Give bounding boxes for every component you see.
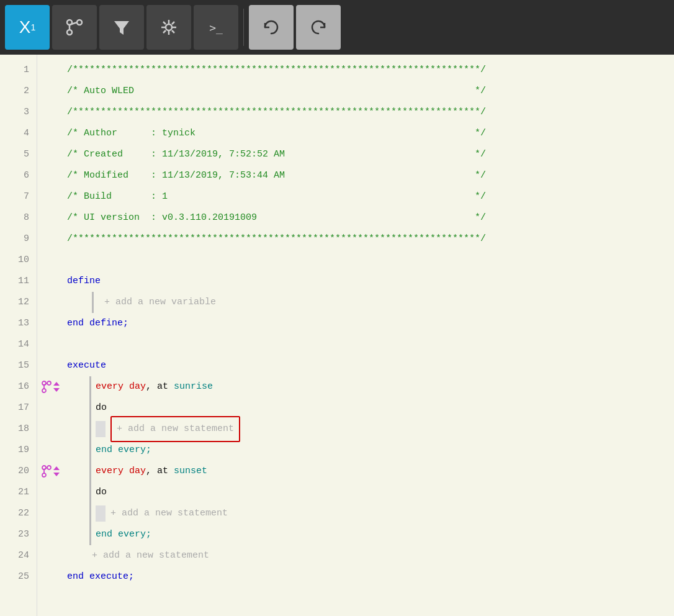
- adjust-button[interactable]: [146, 5, 191, 50]
- x1-button[interactable]: X1: [5, 5, 50, 50]
- gutter: [37, 55, 65, 616]
- code-line-19: end every;: [67, 440, 674, 461]
- add-new-statement-btn-3[interactable]: + add a new statement: [92, 545, 209, 566]
- code-line-23: end every;: [67, 524, 674, 545]
- code-line-14: [67, 334, 674, 355]
- code-line-7: /* Build : 1 */: [67, 186, 674, 207]
- svg-point-17: [47, 381, 51, 385]
- svg-marker-20: [53, 382, 60, 386]
- code-line-21: do: [67, 482, 674, 503]
- code-line-11: define: [67, 271, 674, 292]
- redo-button[interactable]: [296, 5, 341, 50]
- line-numbers: 1 2 3 4 5 6 7 8 9 10 11 12 13 14 15 16 1…: [0, 55, 37, 616]
- code-line-20: every day, at sunset: [67, 461, 674, 482]
- svg-marker-27: [53, 466, 60, 470]
- code-line-1: /***************************************…: [67, 60, 674, 81]
- svg-marker-5: [114, 21, 129, 35]
- code-editor: 1 2 3 4 5 6 7 8 9 10 11 12 13 14 15 16 1…: [0, 55, 674, 616]
- filter-button[interactable]: [99, 5, 144, 50]
- code-line-22[interactable]: + add a new statement: [67, 503, 674, 524]
- svg-point-23: [42, 473, 46, 477]
- svg-line-4: [70, 22, 77, 25]
- svg-marker-21: [53, 388, 60, 392]
- svg-point-16: [42, 389, 46, 392]
- svg-line-12: [172, 30, 174, 33]
- undo-button[interactable]: [249, 5, 294, 50]
- svg-point-6: [166, 24, 172, 30]
- code-line-8: /* UI version : v0.3.110.20191009 */: [67, 207, 674, 229]
- svg-line-13: [172, 22, 174, 24]
- gutter-icon-row-16[interactable]: [37, 376, 65, 397]
- terminal-button[interactable]: >_: [194, 5, 238, 50]
- add-variable-btn[interactable]: + add a new variable: [104, 292, 216, 313]
- svg-line-14: [163, 30, 166, 33]
- code-line-17: do: [67, 397, 674, 419]
- code-line-3: /***************************************…: [67, 102, 674, 123]
- code-line-2: /* Auto WLED */: [67, 81, 674, 102]
- code-line-13: end define;: [67, 313, 674, 334]
- svg-point-1: [77, 20, 82, 25]
- code-content: /***************************************…: [65, 55, 674, 616]
- toolbar-separator: [243, 9, 244, 46]
- code-line-16: every day, at sunrise: [67, 376, 674, 397]
- code-line-25: end execute;: [67, 566, 674, 587]
- code-line-18[interactable]: + add a new statement: [67, 419, 674, 440]
- gutter-icon-row-20[interactable]: [37, 461, 65, 482]
- svg-line-11: [163, 22, 166, 24]
- code-line-9: /***************************************…: [67, 229, 674, 250]
- code-line-24[interactable]: + add a new statement: [67, 545, 674, 566]
- code-line-4: /* Author : tynick */: [67, 123, 674, 144]
- svg-point-2: [67, 30, 72, 35]
- add-new-statement-btn-2[interactable]: + add a new statement: [110, 503, 228, 524]
- code-line-12[interactable]: + add a new variable: [67, 292, 674, 313]
- svg-point-24: [47, 466, 51, 469]
- add-new-statement-highlighted-btn[interactable]: + add a new statement: [110, 416, 240, 442]
- code-line-10: [67, 250, 674, 271]
- svg-marker-28: [53, 473, 60, 476]
- branch-adjust-icon[interactable]: [42, 381, 60, 393]
- code-line-15: execute: [67, 355, 674, 376]
- branch-adjust-icon-2[interactable]: [42, 465, 60, 478]
- toolbar: X1 >_: [0, 0, 674, 55]
- code-line-5: /* Created : 11/13/2019, 7:52:52 AM */: [67, 144, 674, 165]
- code-line-6: /* Modified : 11/13/2019, 7:53:44 AM */: [67, 165, 674, 186]
- fork-button[interactable]: [52, 5, 97, 50]
